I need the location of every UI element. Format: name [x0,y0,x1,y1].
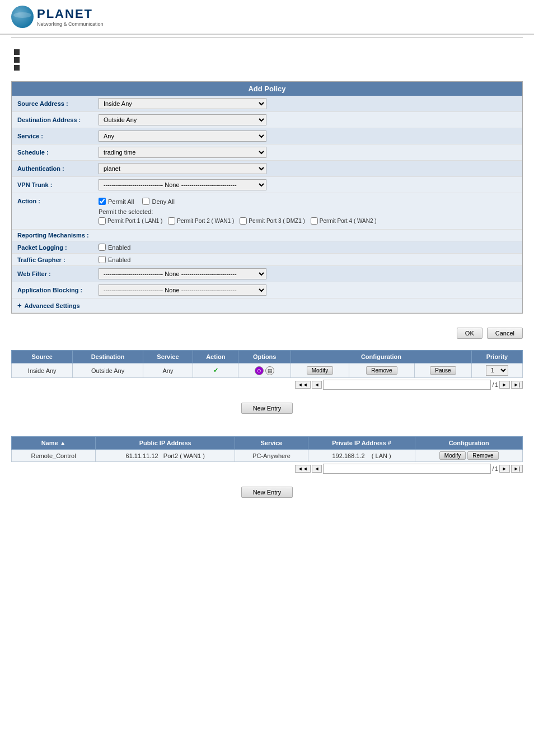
options-icon-2: ▤ [265,366,274,375]
new-entry-button-2[interactable]: New Entry [241,487,293,498]
pager-last[interactable]: ►| [511,381,523,389]
permit-all-label[interactable]: Permit All [99,198,134,205]
action-label: Action : [17,198,99,204]
new-entry-button-1[interactable]: New Entry [241,403,293,414]
options-icon-1: ⊙ [255,366,264,375]
cancel-button[interactable]: Cancel [487,328,523,339]
permit-port-4-checkbox[interactable] [311,217,318,225]
source-address-select[interactable]: Inside Any [99,98,266,109]
nat-col-name[interactable]: Name ▲ [12,437,96,450]
app-blocking-control[interactable]: ----------------------------- None -----… [99,284,517,296]
header: PLANET Networking & Communication [0,0,534,35]
permit-port-1-checkbox[interactable] [99,217,106,225]
pager-prev[interactable]: ◄ [312,381,322,389]
traffic-grapher-row: Traffic Grapher : Enabled [12,254,522,266]
ok-button[interactable]: OK [457,328,483,339]
nat-pager-last[interactable]: ►| [511,465,523,473]
authentication-control[interactable]: planet [99,163,517,174]
nav-icon-1 [14,49,20,55]
action-row: Action : Permit All Deny All Permit the … [12,193,522,230]
permit-all-checkbox[interactable] [99,198,106,205]
nat-pager-first[interactable]: ◄◄ [295,465,311,473]
logo-globe-icon [11,6,34,28]
permit-selected-text: Permit the selected: [99,208,377,215]
source-address-control[interactable]: Inside Any [99,98,517,109]
permit-port-1[interactable]: Permit Port 1 ( LAN1 ) [99,217,162,225]
permit-port-3-checkbox[interactable] [240,217,247,225]
vpn-trunk-control[interactable]: ----------------------------- None -----… [99,179,517,190]
service-row: Service : Any [12,128,522,144]
cell-pause[interactable]: Pause [415,363,472,378]
cell-modify[interactable]: Modify [291,363,349,378]
col-action: Action [193,351,238,363]
vpn-trunk-row: VPN Trunk : ----------------------------… [12,177,522,193]
nat-remove-button[interactable]: Remove [467,451,498,460]
destination-address-select[interactable]: Outside Any [99,114,266,125]
cell-priority[interactable]: 1 [471,363,522,378]
deny-all-label[interactable]: Deny All [142,198,174,205]
nat-modify-button[interactable]: Modify [439,451,466,460]
nat-pager: ◄◄ ◄ / 1 ► ►| [11,462,523,475]
pager-input[interactable] [323,380,491,390]
permit-port-2-checkbox[interactable] [168,217,175,225]
schedule-control[interactable]: trading time [99,147,517,158]
nat-pager-next[interactable]: ► [499,465,510,473]
schedule-label: Schedule : [17,149,99,156]
schedule-row: Schedule : trading time [12,144,522,161]
nat-cell-private-ip: 192.168.1.2 ( LAN ) [308,450,415,462]
policy-table-body: Inside Any Outside Any Any ✓ ⊙ ▤ Modify … [12,363,523,378]
pager-next[interactable]: ► [499,381,510,389]
nat-cell-public-ip: 61.11.11.12 Port2 ( WAN1 ) [96,450,235,462]
web-filter-select[interactable]: ----------------------------- None -----… [99,268,266,279]
col-source: Source [12,351,73,363]
reporting-mechanisms-label: Reporting Mechanisms : [17,232,99,239]
advanced-settings-toggle[interactable]: + Advanced Settings [17,301,517,310]
modify-button[interactable]: Modify [307,366,333,375]
advanced-settings-row[interactable]: + Advanced Settings [12,298,522,313]
nat-pager-slash: / [492,466,494,472]
schedule-select[interactable]: trading time [99,147,266,158]
vpn-trunk-select[interactable]: ----------------------------- None -----… [99,179,266,190]
destination-address-row: Destination Address : Outside Any [12,112,522,128]
source-address-label: Source Address : [17,100,99,107]
app-blocking-label: Application Blocking : [17,287,99,293]
deny-all-checkbox[interactable] [142,198,149,205]
nat-pager-total: 1 [495,466,498,472]
service-control[interactable]: Any [99,130,517,142]
authentication-select[interactable]: planet [99,163,266,174]
permit-port-3[interactable]: Permit Port 3 ( DMZ1 ) [240,217,305,225]
pause-button[interactable]: Pause [430,366,456,375]
traffic-grapher-label: Traffic Grapher : [17,256,99,263]
nat-pager-input[interactable] [323,464,491,474]
policy-table-section: Source Destination Service Action Option… [11,350,523,391]
traffic-grapher-control[interactable]: Enabled [99,256,130,263]
reporting-mechanisms-row: Reporting Mechanisms : [12,230,522,241]
remove-button[interactable]: Remove [366,366,397,375]
advanced-settings-label: Advanced Settings [25,302,80,309]
action-check-icon: ✓ [213,367,218,374]
destination-address-control[interactable]: Outside Any [99,114,517,125]
pager-first[interactable]: ◄◄ [295,381,311,389]
service-select[interactable]: Any [99,130,266,142]
permit-port-2[interactable]: Permit Port 2 ( WAN1 ) [168,217,234,225]
packet-logging-control[interactable]: Enabled [99,244,130,251]
service-label: Service : [17,133,99,139]
policy-table: Source Destination Service Action Option… [11,350,523,378]
nat-pager-prev[interactable]: ◄ [312,465,322,473]
priority-select[interactable]: 1 [486,365,508,376]
app-blocking-row: Application Blocking : -----------------… [12,282,522,298]
cell-remove[interactable]: Remove [349,363,414,378]
brand-tagline: Networking & Communication [37,21,104,27]
source-address-row: Source Address : Inside Any [12,96,522,112]
cell-source: Inside Any [12,363,73,378]
traffic-grapher-checkbox[interactable] [99,256,106,263]
policy-table-header: Source Destination Service Action Option… [12,351,523,363]
web-filter-control[interactable]: ----------------------------- None -----… [99,268,517,279]
permit-ports: Permit Port 1 ( LAN1 ) Permit Port 2 ( W… [99,217,377,225]
col-configuration: Configuration [291,351,472,363]
permit-port-4[interactable]: Permit Port 4 ( WAN2 ) [311,217,377,225]
app-blocking-select[interactable]: ----------------------------- None -----… [99,284,266,296]
packet-logging-checkbox[interactable] [99,244,106,251]
options-icons: ⊙ ▤ [242,366,287,375]
col-priority: Priority [471,351,522,363]
